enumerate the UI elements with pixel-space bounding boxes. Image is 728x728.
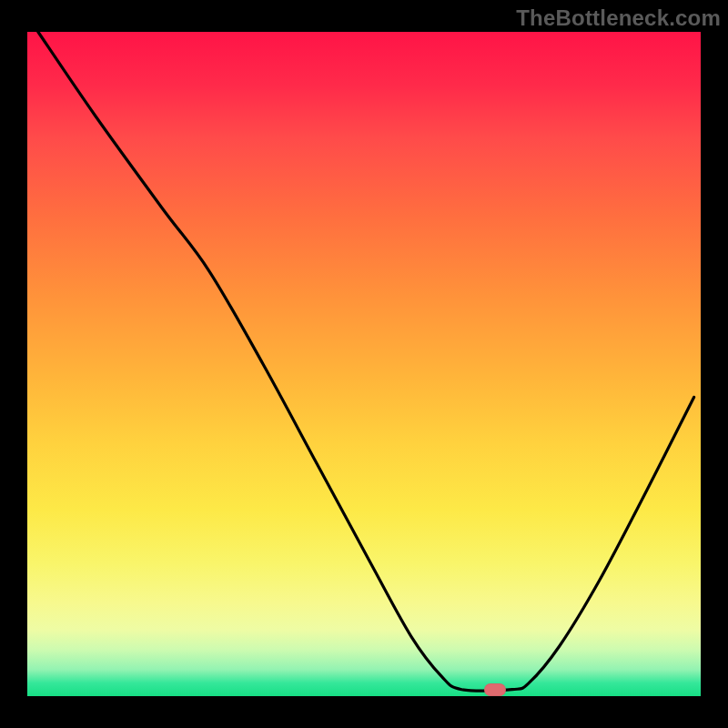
optimal-point-marker [484, 683, 506, 696]
bottleneck-curve-path [38, 32, 694, 691]
curve-svg [27, 32, 701, 696]
watermark-text: TheBottleneck.com [516, 5, 721, 31]
plot-area [27, 32, 701, 696]
chart-stage: TheBottleneck.com [0, 0, 728, 728]
